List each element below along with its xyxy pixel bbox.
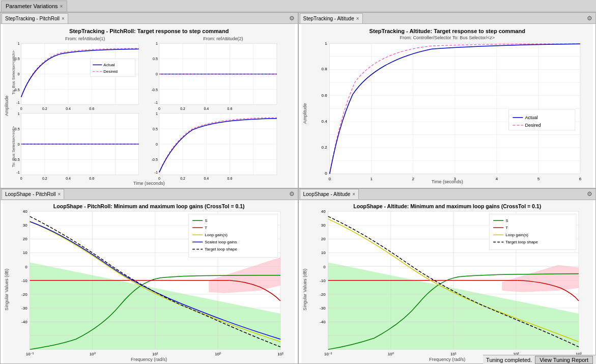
svg-text:-20: -20 — [320, 292, 326, 296]
panel-top-left-tab-label: StepTracking - PitchRoll — [5, 16, 60, 21]
svg-text:0: 0 — [328, 177, 331, 181]
svg-text:From: refAttitude(1): From: refAttitude(1) — [65, 36, 105, 41]
svg-text:10: 10 — [23, 250, 27, 255]
svg-text:S: S — [205, 218, 207, 223]
svg-text:From: refAttitude(2): From: refAttitude(2) — [203, 36, 243, 41]
loopshape-altitude-svg: LoopShape - Altitude: Minimum and maximu… — [299, 200, 596, 364]
svg-text:From: Controller/Selector  To:: From: Controller/Selector To: Bus Select… — [400, 35, 495, 40]
svg-text:10⁰: 10⁰ — [387, 352, 393, 356]
panel-top-right-tab[interactable]: StepTracking - Altitude × — [300, 13, 363, 23]
svg-text:0.4: 0.4 — [321, 119, 327, 124]
svg-text:10⁻¹: 10⁻¹ — [324, 352, 332, 356]
svg-text:Target loop shape: Target loop shape — [505, 240, 538, 244]
svg-text:0.5: 0.5 — [153, 127, 158, 131]
status-bar: Tuning completed. View Tuning Report — [483, 355, 596, 364]
panel-bottom-right: LoopShape - Altitude × ⚙ LoopShape - Alt… — [298, 188, 597, 365]
svg-text:0.4: 0.4 — [66, 177, 71, 180]
svg-text:Time (seconds): Time (seconds) — [133, 181, 165, 186]
panel-bottom-left-gear[interactable]: ⚙ — [287, 190, 297, 198]
svg-text:0.4: 0.4 — [66, 107, 71, 110]
svg-text:0.2: 0.2 — [180, 107, 185, 110]
svg-text:1: 1 — [156, 42, 158, 45]
svg-text:LoopShape - PitchRoll: Minimum: LoopShape - PitchRoll: Minimum and maxim… — [53, 203, 245, 209]
svg-text:-40: -40 — [21, 320, 27, 324]
svg-text:-1: -1 — [155, 171, 158, 174]
panel-top-left-close[interactable]: × — [62, 16, 65, 21]
svg-text:Scaled loop gains: Scaled loop gains — [205, 240, 237, 244]
panel-bottom-right-gear[interactable]: ⚙ — [585, 190, 594, 198]
panel-bottom-right-tab-label: LoopShape - Altitude — [303, 191, 351, 197]
panel-top-left: StepTracking - PitchRoll × ⚙ StepTrackin… — [0, 12, 298, 188]
svg-text:10: 10 — [321, 250, 325, 255]
svg-text:0: 0 — [323, 264, 326, 269]
svg-text:1: 1 — [156, 112, 158, 116]
svg-text:Actual: Actual — [525, 115, 537, 120]
svg-text:0.6: 0.6 — [321, 93, 327, 98]
svg-text:0.5: 0.5 — [15, 57, 20, 61]
svg-text:StepTracking - PitchRoll: Targ: StepTracking - PitchRoll: Target respons… — [69, 28, 229, 34]
svg-text:Singular Values (dB): Singular Values (dB) — [302, 268, 307, 310]
main-grid: StepTracking - PitchRoll × ⚙ StepTrackin… — [0, 12, 596, 364]
altitude-step-svg: StepTracking - Altitude: Target response… — [299, 24, 596, 188]
svg-text:-0.5: -0.5 — [152, 88, 158, 92]
svg-text:1: 1 — [18, 112, 20, 116]
svg-text:0: 0 — [158, 107, 160, 110]
svg-text:0.2: 0.2 — [321, 145, 327, 150]
svg-text:0.6: 0.6 — [89, 107, 94, 110]
svg-text:2: 2 — [412, 177, 414, 181]
svg-text:Loop gain(s): Loop gain(s) — [505, 233, 528, 237]
panel-bottom-left-close[interactable]: × — [58, 191, 61, 197]
panel-bottom-left-tab[interactable]: LoopShape - PitchRoll × — [2, 189, 64, 199]
svg-text:Loop gain(s): Loop gain(s) — [205, 233, 228, 237]
svg-text:-30: -30 — [21, 306, 27, 311]
panel-bottom-right-tab[interactable]: LoopShape - Altitude × — [300, 189, 359, 199]
svg-text:0.5: 0.5 — [153, 57, 158, 61]
svg-text:1: 1 — [325, 41, 327, 46]
svg-text:0: 0 — [25, 264, 27, 269]
svg-text:10⁻¹: 10⁻¹ — [26, 352, 34, 356]
svg-text:LoopShape - Altitude: Minimum : LoopShape - Altitude: Minimum and maximu… — [353, 203, 541, 209]
svg-text:10¹: 10¹ — [450, 352, 457, 356]
svg-text:-1: -1 — [155, 101, 158, 104]
parameter-variations-close[interactable]: × — [60, 4, 63, 9]
svg-text:-1: -1 — [16, 171, 19, 174]
panel-top-left-tab[interactable]: StepTracking - PitchRoll × — [2, 13, 68, 23]
svg-text:Target loop shape: Target loop shape — [205, 247, 237, 251]
panel-bottom-left-tabbar: LoopShape - PitchRoll × ⚙ — [1, 189, 298, 200]
svg-text:0.4: 0.4 — [204, 177, 209, 180]
svg-text:0.6: 0.6 — [228, 177, 233, 180]
panel-bottom-left-plot: LoopShape - PitchRoll: Minimum and maxim… — [1, 200, 298, 364]
svg-text:Singular Values (dB): Singular Values (dB) — [4, 268, 9, 310]
panel-top-left-gear[interactable]: ⚙ — [287, 15, 297, 22]
panel-top-right: StepTracking - Altitude × ⚙ StepTracking… — [298, 12, 597, 188]
svg-text:Desired: Desired — [525, 123, 541, 128]
panel-top-right-plot: StepTracking - Altitude: Target response… — [299, 24, 596, 188]
svg-text:Time (seconds): Time (seconds) — [431, 179, 463, 184]
svg-text:0: 0 — [18, 143, 20, 146]
parameter-variations-label: Parameter Variations — [6, 3, 58, 9]
svg-text:40: 40 — [321, 209, 325, 214]
svg-text:StepTracking - Altitude: Targe: StepTracking - Altitude: Target response… — [369, 28, 525, 34]
svg-text:Frequency (rad/s): Frequency (rad/s) — [131, 357, 167, 362]
svg-text:0.5: 0.5 — [15, 127, 20, 131]
panel-bottom-left-tab-label: LoopShape - PitchRoll — [5, 191, 56, 197]
svg-text:40: 40 — [23, 209, 27, 214]
svg-text:20: 20 — [23, 237, 27, 241]
panel-bottom-right-close[interactable]: × — [352, 191, 355, 197]
svg-text:-30: -30 — [320, 306, 326, 311]
svg-text:0: 0 — [158, 177, 160, 180]
parameter-variations-tab[interactable]: Parameter Variations × — [1, 1, 67, 12]
svg-text:-10: -10 — [21, 278, 27, 283]
svg-rect-117 — [508, 110, 575, 130]
top-tab-bar: Parameter Variations × — [0, 0, 596, 12]
svg-text:Actual: Actual — [103, 63, 115, 67]
view-tuning-report-button[interactable]: View Tuning Report — [535, 356, 593, 364]
panel-top-right-gear[interactable]: ⚙ — [585, 15, 594, 22]
panel-top-right-close[interactable]: × — [356, 16, 359, 21]
svg-text:0: 0 — [20, 107, 22, 110]
svg-text:0.6: 0.6 — [89, 177, 94, 180]
svg-text:30: 30 — [23, 223, 27, 228]
svg-text:0: 0 — [325, 171, 327, 176]
svg-text:0.2: 0.2 — [42, 107, 47, 110]
svg-text:Amplitude: Amplitude — [302, 103, 307, 124]
